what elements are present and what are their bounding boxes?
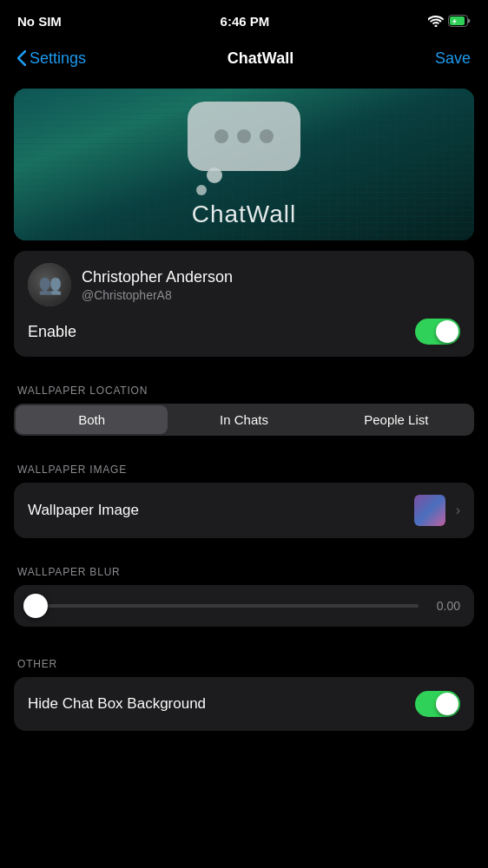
back-button[interactable]: Settings xyxy=(17,49,86,68)
page-title: ChatWall xyxy=(228,49,293,68)
hide-chat-box-label: Hide Chat Box Background xyxy=(28,695,206,713)
status-icons xyxy=(428,15,471,27)
dot2 xyxy=(237,129,251,143)
wallpaper-location-control: Both In Chats People List xyxy=(14,404,474,436)
wallpaper-image-right: › xyxy=(414,495,460,526)
dot1 xyxy=(214,129,228,143)
toggle-knob xyxy=(436,320,458,343)
wallpaper-blur-header: WALLPAPER BLUR xyxy=(0,552,488,585)
enable-row: Enable xyxy=(28,319,460,345)
nav-bar: Settings ChatWall Save xyxy=(0,38,488,82)
wallpaper-image-header: WALLPAPER IMAGE xyxy=(0,450,488,483)
profile-card: Christopher Anderson @ChristopherA8 Enab… xyxy=(14,251,474,357)
profile-name: Christopher Anderson xyxy=(82,268,460,286)
wallpaper-location-header: WALLPAPER LOCATION xyxy=(0,371,488,404)
status-bar: No SIM 6:46 PM xyxy=(0,0,488,38)
seg-in-chats[interactable]: In Chats xyxy=(168,405,320,434)
segmented-control: Both In Chats People List xyxy=(14,404,474,436)
chevron-left-icon xyxy=(17,50,26,66)
dot3 xyxy=(260,129,274,143)
blur-slider-row: 0.00 xyxy=(14,585,474,627)
avatar xyxy=(28,263,71,306)
back-label: Settings xyxy=(30,49,86,68)
enable-label: Enable xyxy=(28,323,76,341)
slider-track[interactable] xyxy=(28,604,419,608)
chevron-right-icon: › xyxy=(456,503,460,518)
hide-chat-box-toggle-knob xyxy=(436,693,458,715)
chat-bubble-icon xyxy=(188,102,300,171)
wallpaper-image-label: Wallpaper Image xyxy=(28,502,139,519)
other-header: OTHER xyxy=(0,644,488,677)
app-banner: ChatWall xyxy=(14,89,474,240)
wallpaper-thumbnail xyxy=(414,495,445,526)
profile-row: Christopher Anderson @ChristopherA8 xyxy=(28,263,460,306)
hide-chat-box-toggle[interactable] xyxy=(415,691,460,717)
carrier-text: No SIM xyxy=(17,14,62,29)
wallpaper-image-row[interactable]: Wallpaper Image › xyxy=(14,483,474,538)
hide-chat-box-row: Hide Chat Box Background xyxy=(14,677,474,731)
save-button[interactable]: Save xyxy=(435,49,471,68)
time-text: 6:46 PM xyxy=(221,14,270,29)
avatar-image xyxy=(28,263,71,306)
seg-both[interactable]: Both xyxy=(16,405,168,434)
slider-thumb[interactable] xyxy=(23,594,48,618)
profile-handle: @ChristopherA8 xyxy=(82,288,460,302)
wifi-icon xyxy=(428,15,444,27)
blur-value: 0.00 xyxy=(429,599,460,613)
enable-toggle[interactable] xyxy=(415,319,460,345)
battery-icon xyxy=(448,15,471,27)
banner-title: ChatWall xyxy=(192,201,297,228)
svg-rect-1 xyxy=(450,16,465,25)
profile-info: Christopher Anderson @ChristopherA8 xyxy=(82,268,460,302)
banner-content: ChatWall xyxy=(14,89,474,240)
seg-people-list[interactable]: People List xyxy=(320,405,472,434)
